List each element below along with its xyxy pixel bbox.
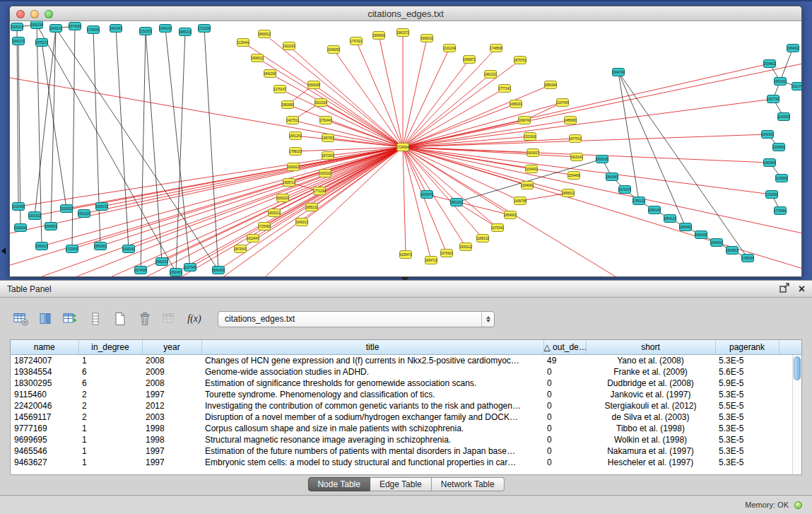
graph-node[interactable]: 1663231	[276, 194, 289, 202]
graph-node[interactable]: 1873303	[322, 152, 334, 160]
graph-node[interactable]: 1310405	[12, 203, 25, 211]
graph-node[interactable]: 2060231	[155, 258, 168, 266]
graph-node[interactable]: 1984022	[787, 45, 799, 52]
graph-node[interactable]: 2125441	[237, 39, 249, 47]
graph-node[interactable]: 1854931	[504, 211, 517, 219]
tab-node-table[interactable]: Node Table	[307, 477, 370, 491]
graph-node[interactable]: 1590871	[463, 56, 476, 64]
graph-node[interactable]: 1924501	[726, 247, 739, 255]
graph-node[interactable]: 1082560	[763, 159, 776, 167]
graph-node[interactable]: 1841092	[212, 267, 225, 274]
graph-node[interactable]: 1664503	[45, 223, 57, 230]
table-row[interactable]: 1830029562008Estimation of significance …	[11, 378, 802, 389]
graph-node[interactable]: 1485083	[564, 117, 577, 124]
graph-node[interactable]: 1747021	[350, 37, 363, 45]
graph-node[interactable]: 1154491	[525, 165, 538, 173]
graph-node[interactable]: 1559581	[772, 144, 785, 151]
graph-node[interactable]: 2152201	[139, 28, 152, 35]
graph-node[interactable]: 1094502	[710, 239, 723, 247]
graph-node[interactable]: 1830234	[30, 21, 43, 29]
column-header-pagerank[interactable]: pagerank	[715, 340, 779, 354]
graph-node[interactable]: 1750132	[632, 197, 645, 205]
graph-node[interactable]: 1854123	[664, 215, 676, 223]
graph-node[interactable]: 1725450	[258, 223, 271, 230]
table-row[interactable]: 946362711997Embryonic stem cells: a mode…	[11, 457, 802, 468]
graph-node[interactable]: 1905132	[95, 203, 108, 211]
tab-network-table[interactable]: Network Table	[432, 477, 505, 491]
table-row[interactable]: 1456911722003Disruption of a novel membe…	[11, 411, 802, 423]
graph-node[interactable]: 1959105	[596, 156, 608, 163]
graph-node[interactable]: 1601627	[526, 149, 539, 157]
graph-node[interactable]: 1981372	[396, 29, 409, 37]
tab-edge-table[interactable]: Edge Table	[370, 477, 432, 491]
import-table-button[interactable]	[160, 310, 180, 329]
graph-node[interactable]: 1775081	[774, 207, 787, 215]
graph-node[interactable]: 1851201	[450, 199, 463, 206]
column-header-year[interactable]: year	[142, 340, 201, 354]
graph-node[interactable]: 1075341	[491, 224, 504, 232]
graph-node[interactable]: 1722415	[66, 245, 78, 253]
graph-node[interactable]: 2026052	[60, 205, 73, 213]
zoom-window-icon[interactable]	[45, 10, 53, 18]
graph-node[interactable]: 1788103	[289, 148, 302, 156]
graph-node[interactable]: 1927743	[767, 95, 779, 103]
table-row[interactable]: 2242004622012Investigating the contribut…	[11, 400, 802, 411]
graph-node[interactable]: 1675421	[440, 250, 453, 257]
minimize-window-icon[interactable]	[30, 10, 39, 18]
graph-node[interactable]: 1427512	[286, 117, 299, 124]
graph-node[interactable]: 1903212	[268, 209, 281, 217]
graph-node[interactable]: 2240053	[327, 46, 340, 54]
graph-node[interactable]: 1127345	[184, 264, 196, 271]
graph-node[interactable]: 1752441	[319, 117, 332, 124]
graph-node[interactable]: 1664091	[372, 32, 385, 40]
graph-node[interactable]: 1777141	[498, 85, 511, 93]
graph-node[interactable]: 1561023	[78, 210, 90, 218]
graph-node[interactable]: 1646132	[159, 25, 172, 33]
table-row[interactable]: 977716911998Corpus callosum shape and si…	[11, 423, 802, 434]
graph-node[interactable]: 1951002	[774, 78, 787, 86]
graph-node[interactable]: 1635471	[399, 251, 412, 259]
network-window-titlebar[interactable]: citations_edges.txt	[10, 6, 801, 21]
graph-node[interactable]: 1724004	[396, 144, 409, 151]
graph-node[interactable]: 1899512	[562, 189, 575, 197]
graph-node[interactable]: 1210550	[765, 191, 778, 199]
close-window-icon[interactable]	[16, 10, 25, 18]
network-canvas-svg[interactable]: 1724004212544119060121842200127514720818…	[10, 21, 801, 276]
graph-node[interactable]: 1941172	[12, 37, 25, 45]
graph-node[interactable]: 1275147	[273, 86, 286, 93]
graph-node[interactable]: 2101234	[443, 45, 456, 52]
graph-node[interactable]: 1906713	[283, 179, 295, 187]
graph-node[interactable]: 1495758	[514, 197, 526, 205]
table-mode-button[interactable]	[11, 310, 31, 329]
graph-node[interactable]: 1321601	[524, 133, 536, 141]
graph-node[interactable]: 1696132	[420, 35, 433, 42]
table-row[interactable]: 1938455462009Genome-wide association stu…	[11, 366, 802, 378]
column-visibility-button[interactable]	[36, 310, 56, 329]
graph-node[interactable]: 1906012	[251, 54, 264, 62]
graph-node[interactable]: 1855132	[305, 204, 318, 211]
graph-node[interactable]: 2043121	[49, 25, 62, 33]
graph-node[interactable]: 1830021	[287, 163, 300, 171]
graph-node[interactable]: 1771234	[313, 187, 326, 195]
graph-node[interactable]: 1980145	[648, 206, 661, 214]
splitter-collapse-icon[interactable]	[1, 247, 6, 255]
graph-node[interactable]: 1748508	[490, 45, 502, 52]
table-row[interactable]: 911546021997Tourette syndrome. Phenomeno…	[11, 389, 802, 400]
graph-node[interactable]: 1491342	[110, 25, 122, 33]
graph-node[interactable]: 2081890	[281, 101, 294, 109]
graph-node[interactable]: 1651241	[289, 132, 302, 140]
graph-node[interactable]: 1916142	[570, 153, 583, 161]
graph-node[interactable]: 1961321	[484, 71, 497, 78]
graph-node[interactable]: 1620110	[319, 170, 331, 177]
graph-node[interactable]: 1905462	[679, 223, 692, 231]
graph-node[interactable]: 1654209	[307, 81, 320, 89]
network-canvas[interactable]: 1724004212544119060121842200127514720818…	[10, 21, 801, 276]
graph-node[interactable]: 1933112	[459, 243, 472, 251]
graph-node[interactable]: 1875751	[514, 57, 526, 64]
graph-node[interactable]: 1664794	[612, 69, 625, 76]
graph-node[interactable]: 1525013	[11, 23, 23, 31]
graph-node[interactable]: 1060742	[518, 117, 531, 124]
graph-node[interactable]: 1915302	[28, 212, 41, 220]
table-row[interactable]: 1872400712008Changes of HCN gene express…	[11, 354, 802, 366]
graph-node[interactable]: 1660439	[695, 231, 707, 239]
